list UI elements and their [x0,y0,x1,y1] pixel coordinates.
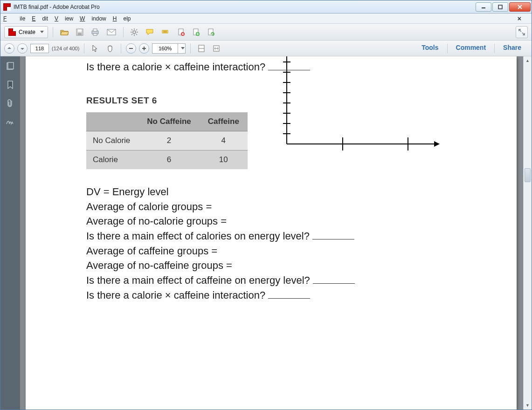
select-tool-button[interactable] [89,42,101,55]
table-row: Calorie 6 10 [86,150,248,170]
line-avg-caf: Average of caffeine groups = [86,244,489,258]
menu-window[interactable]: Window [80,15,106,22]
fit-page-button[interactable] [195,42,207,55]
zoom-caret-icon [181,47,185,49]
cell-r1-c1: 2 [138,131,199,150]
results-table: No Caffeine Caffeine No Calorie 2 4 [86,112,248,169]
svg-rect-31 [8,62,14,69]
highlight-button[interactable] [159,26,172,38]
svg-rect-3 [78,29,82,32]
open-button[interactable] [58,26,71,38]
line-avg-cal: Average of calorie groups = [86,200,489,214]
svg-line-15 [136,34,137,35]
table-header-row: No Caffeine Caffeine [86,112,248,131]
page-number-input[interactable] [30,44,49,53]
document-viewport[interactable]: Is there a calorie × caffeine interactio… [20,56,532,410]
zoom-in-button[interactable] [139,43,149,54]
section-title: RESULTS SET 6 [86,96,248,106]
blank-axes-chart [259,56,445,158]
nav-panel [0,56,20,410]
minimize-button[interactable] [476,2,491,12]
scroll-down-icon[interactable]: ▼ [524,401,532,410]
acrobat-logo-icon [3,3,11,11]
attachment-icon[interactable] [5,98,15,109]
hand-tool-button[interactable] [104,42,116,55]
save-button[interactable] [74,26,86,38]
zoom-combo[interactable]: 160% [152,43,186,54]
cell-r2-c1: 6 [138,150,199,170]
dropdown-caret-icon [40,31,44,33]
th-caffeine: Caffeine [200,112,248,131]
cell-r2-label: Calorie [86,150,138,170]
pdf-icon [8,28,16,36]
svg-line-16 [136,29,137,30]
window-title: IMTB final.pdf - Adobe Acrobat Pro [14,4,100,10]
next-page-button[interactable] [17,43,28,54]
cell-r2-c2: 10 [200,150,248,170]
expand-button[interactable] [516,26,528,38]
table-row: No Calorie 2 4 [86,131,248,150]
email-button[interactable] [104,26,118,38]
menu-edit[interactable]: Edit [32,15,48,22]
line-avg-nocal: Average of no-calorie groups = [86,214,489,228]
menu-view[interactable]: View [55,15,73,22]
toolbar-secondary: (124 of 400) 160% Tools Comment Share [0,41,532,56]
thumbnails-icon[interactable] [5,61,15,71]
stamp-add-button[interactable] [190,26,202,38]
comment-panel-link[interactable]: Comment [456,44,486,53]
svg-line-17 [131,34,132,35]
panel-links: Tools Comment Share [421,44,528,53]
th-blank [86,112,138,131]
vertical-scrollbar[interactable]: ▲ ▼ [523,56,532,410]
scroll-thumb[interactable] [525,168,531,182]
scroll-up-icon[interactable]: ▲ [524,56,532,65]
zoom-out-button[interactable] [126,43,136,54]
menubar: File Edit View Window Help × [0,14,532,24]
line-q-cal: Is there a main effect of calories on en… [86,229,489,243]
page-count-label: (124 of 400) [52,46,79,51]
cell-r1-label: No Calorie [86,131,138,150]
line-avg-nocaf: Average of no-caffeine groups = [86,259,489,273]
prev-page-button[interactable] [4,43,14,54]
pdf-page: Is there a calorie × caffeine interactio… [26,56,517,410]
comment-bubble-button[interactable] [143,26,156,38]
close-doc-button[interactable]: × [518,15,521,22]
menu-help[interactable]: Help [113,15,131,22]
line-dv: DV = Energy level [86,185,489,199]
svg-line-14 [131,29,132,30]
svg-rect-1 [498,5,502,9]
fit-width-button[interactable] [210,42,222,55]
svg-rect-4 [78,33,82,35]
line-q-interaction: Is there a calorie × caffeine interactio… [86,288,489,302]
svg-rect-18 [162,30,168,33]
th-no-caffeine: No Caffeine [138,112,199,131]
titlebar: IMTB final.pdf - Adobe Acrobat Pro [0,0,532,14]
tools-panel-link[interactable]: Tools [421,44,438,53]
share-panel-link[interactable]: Share [503,44,521,53]
signature-icon[interactable] [5,117,15,127]
stamp-refresh-button[interactable] [205,26,217,38]
zoom-value: 160% [152,44,178,53]
print-button[interactable] [89,26,102,38]
create-label: Create [19,29,35,35]
maximize-button[interactable] [492,2,508,12]
close-button[interactable] [509,2,531,12]
toolbar-primary: Create [0,24,532,41]
cell-r1-c2: 4 [200,131,248,150]
gear-button[interactable] [128,26,140,38]
svg-rect-7 [93,34,97,35]
svg-rect-23 [208,29,213,35]
svg-rect-6 [93,29,97,31]
stamp-delete-button[interactable] [175,26,187,38]
svg-point-9 [133,31,136,34]
create-button[interactable]: Create [4,26,48,38]
menu-file[interactable]: File [3,15,25,22]
line-q-caf: Is there a main effect of caffeine on en… [86,273,489,287]
bookmark-icon[interactable] [5,80,15,90]
